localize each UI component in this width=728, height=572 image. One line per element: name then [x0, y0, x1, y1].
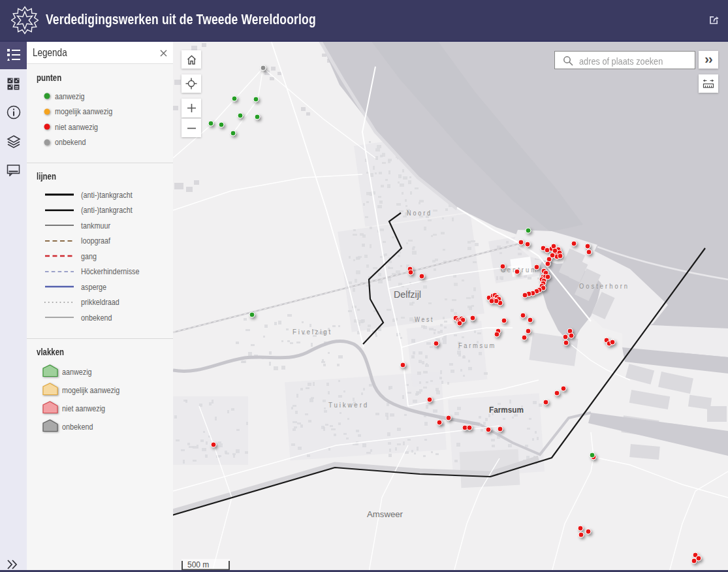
svg-text:Delfzijl: Delfzijl: [394, 289, 421, 300]
svg-text:Amsweer: Amsweer: [367, 510, 403, 519]
svg-text:Tuikwerd: Tuikwerd: [328, 401, 369, 409]
svg-text:West: West: [415, 315, 434, 323]
svg-text:Oosterhorn: Oosterhorn: [579, 282, 629, 290]
svg-text:Farmsum: Farmsum: [458, 342, 496, 349]
svg-text:Noord: Noord: [407, 209, 432, 217]
svg-text:Fivelzigt: Fivelzigt: [293, 328, 332, 336]
svg-text:Farmsum: Farmsum: [489, 405, 524, 415]
